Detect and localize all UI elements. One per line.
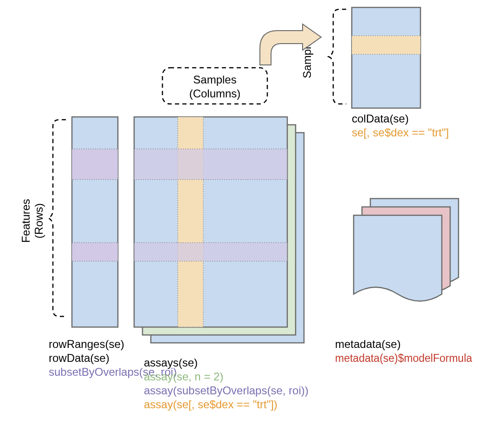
assays-text-2: assay(se, n = 2)	[144, 370, 223, 383]
samples-dashed-bracket	[329, 9, 346, 104]
assays-stack	[134, 117, 304, 343]
coldata-text-1: colData(se)	[352, 112, 409, 125]
metadata-stack	[354, 199, 459, 301]
features-line1: Features	[19, 199, 32, 243]
rowranges-text-1: rowRanges(se)	[49, 338, 124, 350]
assays-text-3: assay(subsetByOverlaps(se, roi))	[144, 384, 309, 397]
features-dashed-bracket	[48, 120, 66, 316]
svg-rect-8	[178, 117, 203, 327]
samples-columns-line2: (Columns)	[189, 87, 241, 100]
samples-columns-line1: Samples	[193, 73, 236, 86]
svg-rect-9	[134, 149, 287, 180]
svg-rect-4	[72, 243, 118, 261]
rowranges-block	[72, 117, 118, 327]
summarized-experiment-diagram: Samples colData(se) se[, se$dex == "trt"…	[0, 0, 504, 431]
svg-rect-2	[72, 117, 118, 327]
svg-rect-1	[352, 36, 420, 54]
assays-text-1: assays(se)	[144, 356, 198, 369]
coldata-text-2: se[, se$dex == "trt"]	[352, 126, 449, 139]
svg-rect-10	[134, 243, 287, 261]
metadata-text-1: metadata(se)	[335, 338, 401, 350]
features-line2: (Rows)	[32, 203, 45, 238]
svg-rect-3	[72, 149, 118, 180]
svg-rect-0	[352, 7, 420, 108]
metadata-text-2: metadata(se)$modelFormula	[335, 352, 472, 364]
assays-text-4: assay(se[, se$dex == "trt"])	[144, 398, 278, 411]
rowranges-text-2: rowData(se)	[49, 352, 110, 364]
svg-rect-7	[134, 117, 287, 327]
coldata-block	[352, 7, 420, 108]
